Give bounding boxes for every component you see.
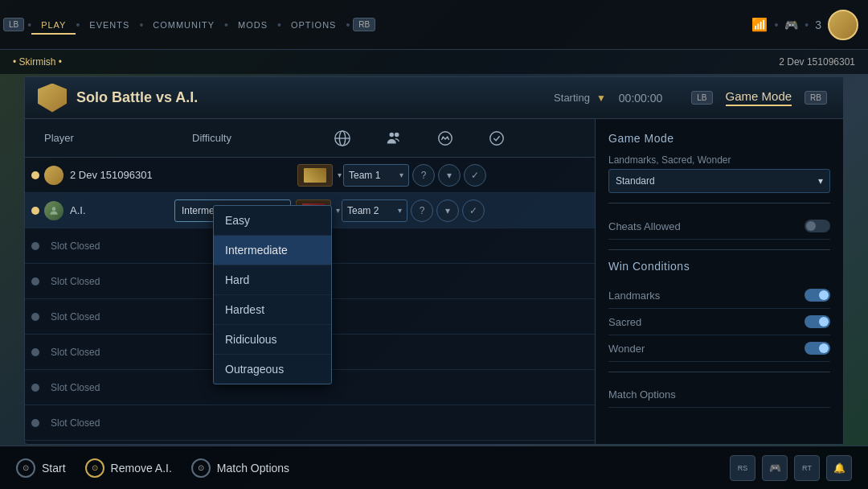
- bottom-right-icons: RS 🎮 RT 🔔: [730, 455, 852, 481]
- ai-avatar: [44, 201, 63, 220]
- sacred-toggle[interactable]: [805, 315, 830, 328]
- team-dropdown-1[interactable]: Team 1 ▾: [343, 164, 409, 187]
- difficulty-dropdown-menu[interactable]: Easy Intermediate Hard Hardest Ridiculou…: [213, 205, 332, 384]
- civ-caret-2: ▾: [336, 206, 340, 215]
- team-caret-2: ▾: [398, 206, 402, 215]
- dropdown-arrow[interactable]: ▼: [596, 92, 606, 104]
- team-dropdown-2[interactable]: Team 2 ▾: [342, 199, 407, 222]
- wonder-toggle-row: Wonder: [608, 335, 830, 362]
- match-options-button[interactable]: ⊙ Match Options: [191, 458, 289, 478]
- rb-badge[interactable]: RB: [353, 18, 375, 31]
- action-check-2[interactable]: ✓: [462, 199, 485, 222]
- dropdown-intermediate[interactable]: Intermediate: [214, 236, 331, 265]
- dropdown-easy[interactable]: Easy: [214, 206, 331, 236]
- action-question-2[interactable]: ?: [411, 199, 433, 222]
- nav-sep-5: •: [346, 18, 350, 31]
- start-label: Start: [42, 462, 66, 475]
- nav-options[interactable]: OPTIONS: [281, 15, 346, 35]
- dropdown-hard[interactable]: Hard: [214, 265, 331, 295]
- header-lb-badge[interactable]: LB: [691, 91, 712, 105]
- team-caret-1: ▾: [399, 171, 403, 179]
- settings-section: Game Mode Landmarks, Sacred, Wonder Stan…: [596, 119, 843, 444]
- landmarks-label: Landmarks, Sacred, Wonder: [608, 154, 830, 166]
- col-header-civ: [317, 129, 368, 147]
- match-options-label: Match Options: [217, 462, 289, 475]
- action-caret-1[interactable]: ▾: [438, 164, 461, 187]
- rs-button[interactable]: RS: [730, 455, 755, 481]
- slot-closed-5: Slot Closed: [51, 382, 155, 393]
- controller-btn[interactable]: 🎮: [762, 455, 788, 481]
- game-mode-title: Game Mode: [608, 132, 830, 145]
- player-dot-active: [31, 171, 39, 179]
- sacred-toggle-row: Sacred: [608, 309, 830, 335]
- nav-mods[interactable]: MODS: [228, 15, 277, 35]
- role-icon: [436, 129, 454, 147]
- starting-badge: Starting ▼ 00:00:00: [554, 92, 662, 105]
- shield-icon: [38, 84, 67, 113]
- slot-dot-2: [31, 277, 39, 286]
- landmarks-caret: ▾: [818, 175, 823, 187]
- remove-ai-label: Remove A.I.: [111, 462, 172, 475]
- slot-closed-1: Slot Closed: [51, 240, 155, 252]
- divider-2: [608, 249, 830, 250]
- nav-events[interactable]: EVENTS: [80, 15, 139, 35]
- civ-flag-1: [304, 168, 326, 183]
- svg-point-7: [52, 207, 56, 211]
- nav-right: 📶 • 🎮 • 3: [751, 10, 868, 40]
- top-navigation: LB • PLAY • EVENTS • COMMUNITY • MODS • …: [0, 0, 868, 50]
- cheats-toggle[interactable]: [805, 220, 830, 232]
- landmarks-option: Landmarks, Sacred, Wonder Standard ▾: [608, 154, 830, 193]
- match-options-label: Match Options: [608, 388, 676, 401]
- bottom-bar: ⊙ Start ⊙ Remove A.I. ⊙ Match Options RS…: [0, 446, 868, 489]
- game-mode-label[interactable]: Game Mode: [726, 89, 792, 106]
- nav-sep-6: •: [774, 18, 778, 31]
- col-header-difficulty: Difficulty: [192, 132, 317, 144]
- action-question-1[interactable]: ?: [412, 164, 435, 187]
- player-name-ai: A.I.: [70, 204, 174, 216]
- wonder-toggle[interactable]: [805, 342, 830, 355]
- start-badge: ⊙: [16, 458, 35, 478]
- controller-icon: 🎮: [784, 18, 798, 31]
- dropdown-outrageous[interactable]: Outrageous: [214, 355, 331, 384]
- rt-button[interactable]: RT: [794, 455, 820, 481]
- cheats-label: Cheats Allowed: [608, 220, 681, 232]
- bell-button[interactable]: 🔔: [826, 455, 852, 481]
- nav-play[interactable]: PLAY: [31, 15, 76, 35]
- landmarks-select[interactable]: Standard ▾: [608, 169, 830, 193]
- landmarks-win-toggle[interactable]: [805, 289, 830, 302]
- landmarks-toggle-label: Landmarks: [608, 290, 660, 302]
- lb-badge[interactable]: LB: [3, 18, 24, 31]
- slot-closed-2: Slot Closed: [51, 276, 155, 287]
- slot-dot-6: [31, 419, 39, 427]
- start-button[interactable]: ⊙ Start: [16, 458, 66, 478]
- match-options-row: Match Options: [608, 382, 830, 408]
- win-conditions-title: Win Conditions: [608, 260, 830, 273]
- svg-point-4: [395, 132, 399, 137]
- dropdown-hardest[interactable]: Hardest: [214, 295, 331, 325]
- nav-community[interactable]: COMMUNITY: [143, 15, 224, 35]
- breadcrumb-user: 2 Dev 151096301: [779, 56, 855, 68]
- landmarks-toggle-row: Landmarks: [608, 282, 830, 309]
- slot-closed-6: Slot Closed: [51, 417, 155, 429]
- action-caret-2[interactable]: ▾: [436, 199, 459, 222]
- timer: 00:00:00: [619, 92, 663, 105]
- team-1-label: Team 1: [349, 170, 380, 181]
- col-header-player: Player: [31, 132, 192, 144]
- col-header-ready: [471, 129, 522, 147]
- globe-icon: [334, 129, 351, 147]
- panel-header: Solo Battle vs A.I. Starting ▼ 00:00:00 …: [25, 77, 843, 119]
- nav-sep-7: •: [805, 18, 809, 31]
- slot-closed-4: Slot Closed: [51, 347, 155, 358]
- slot-row-6: Slot Closed: [25, 405, 595, 441]
- panel-body: Player Difficulty: [25, 119, 843, 444]
- civ-box-1[interactable]: [297, 164, 333, 187]
- cheats-toggle-row: Cheats Allowed: [608, 213, 830, 240]
- action-check-1[interactable]: ✓: [464, 164, 486, 187]
- remove-ai-button[interactable]: ⊙ Remove A.I.: [85, 458, 172, 478]
- header-rb-badge[interactable]: RB: [805, 91, 827, 105]
- sacred-toggle-label: Sacred: [608, 316, 641, 328]
- starting-label: Starting: [554, 92, 590, 104]
- player-row-human: 2 Dev 151096301 ▾ Team 1 ▾ ? ▾ ✓: [25, 158, 595, 193]
- slot-dot-5: [31, 384, 39, 392]
- dropdown-ridiculous[interactable]: Ridiculous: [214, 325, 331, 355]
